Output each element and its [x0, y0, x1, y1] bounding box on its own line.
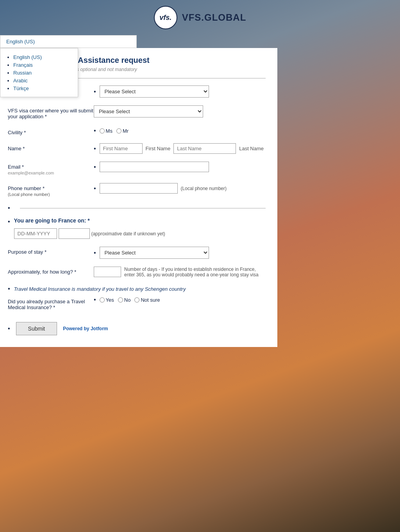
- first-name-label: First Name: [146, 146, 171, 151]
- lang-option-ar[interactable]: Arabic: [13, 77, 72, 84]
- purpose-field: • Please Select: [94, 247, 266, 259]
- going-france-label: You are going to France on: *: [14, 217, 266, 224]
- language-selector-row: English (US) English (US) Français Russi…: [0, 35, 400, 48]
- civility-ms-radio[interactable]: [100, 128, 105, 133]
- approx-input[interactable]: [59, 228, 90, 239]
- language-current[interactable]: English (US): [0, 35, 137, 48]
- insurance-bullet: •: [94, 296, 96, 303]
- name-label: Name *: [8, 143, 94, 151]
- submit-button[interactable]: Submit: [16, 322, 57, 335]
- phone-row: Phone number * (Local phone number) • (L…: [8, 183, 266, 197]
- vfs-logo: vfs.: [154, 6, 177, 29]
- vfs-center-select[interactable]: Please Select: [94, 105, 203, 117]
- days-hint: Number of days - If you intend to establ…: [124, 267, 266, 278]
- phone-label: Phone number *: [8, 185, 94, 191]
- phone-label-container: Phone number * (Local phone number): [8, 183, 94, 197]
- lang-option-fr[interactable]: Français: [13, 62, 72, 68]
- brand-name: VFS.GLOBAL: [182, 12, 246, 23]
- email-field-container: •: [94, 162, 266, 172]
- how-long-row: Approximately, for how long? * Number of…: [8, 267, 266, 278]
- email-hint: example@example.com: [8, 171, 94, 175]
- going-france-bullet: •: [8, 218, 10, 225]
- purpose-bullet: •: [94, 249, 96, 256]
- insurance-no-radio[interactable]: [118, 297, 123, 302]
- civility-label: Civility *: [8, 127, 94, 135]
- civility-radio-group: Ms Mr: [100, 128, 129, 134]
- divider-bullet: •: [8, 205, 10, 212]
- name-bullet: •: [94, 145, 96, 152]
- insurance-radio-group: Yes No Not sure: [100, 297, 160, 303]
- going-france-section: • You are going to France on: * (approxi…: [8, 217, 266, 239]
- how-long-label: Approximately, for how long? *: [8, 267, 94, 275]
- section-divider-row: •: [8, 205, 266, 212]
- civility-mr-radio[interactable]: [116, 128, 121, 133]
- language-dropdown: English (US) Français Russian Arabic Tür…: [0, 48, 78, 97]
- days-input[interactable]: [94, 267, 121, 277]
- logo-vfs-text: vfs.: [159, 14, 171, 22]
- lang-option-tr[interactable]: Türkçe: [13, 85, 72, 91]
- date-fields: (approximative date if unknown yet): [14, 228, 266, 239]
- vfs-center-field: Please Select: [94, 105, 266, 117]
- first-name-input[interactable]: [100, 143, 143, 154]
- insurance-note: Travel Medical Insurance is mandatory if…: [8, 285, 266, 292]
- last-name-label: Last Name: [239, 146, 264, 151]
- purpose-select[interactable]: Please Select: [100, 247, 209, 259]
- submit-area: Submit Powered by Jotform: [8, 322, 266, 335]
- phone-hint: (Local phone number): [181, 186, 227, 191]
- purpose-label: Purpose of stay *: [8, 247, 94, 255]
- phone-hint-label: (Local phone number): [8, 192, 94, 197]
- header: vfs. VFS.GLOBAL: [0, 0, 400, 35]
- nationality-field: • Please Select: [94, 85, 266, 98]
- civility-field: • Ms Mr: [94, 127, 266, 134]
- email-label: Email *: [8, 164, 94, 170]
- insurance-row: Did you already purchase a Travel Medica…: [8, 296, 266, 310]
- civility-row: Civility * • Ms Mr: [8, 127, 266, 135]
- lang-option-ru[interactable]: Russian: [13, 69, 72, 76]
- insurance-label: Did you already purchase a Travel Medica…: [8, 296, 94, 310]
- insurance-no-label[interactable]: No: [118, 297, 131, 303]
- going-france-content: You are going to France on: * (approxima…: [14, 217, 266, 239]
- section-divider: [20, 208, 266, 208]
- civility-bullet: •: [94, 127, 96, 134]
- insurance-yes-radio[interactable]: [100, 297, 105, 302]
- insurance-not-sure-label[interactable]: Not sure: [134, 297, 160, 303]
- email-row: Email * example@example.com •: [8, 162, 266, 175]
- vfs-center-row: VFS visa center where you will submit yo…: [8, 105, 266, 119]
- nationality-select[interactable]: Please Select: [100, 85, 209, 98]
- lang-option-en[interactable]: English (US): [13, 54, 72, 60]
- insurance-field: • Yes No Not sure: [94, 296, 266, 303]
- email-bullet: •: [94, 164, 96, 171]
- phone-field-container: • (Local phone number): [94, 183, 266, 194]
- email-label-container: Email * example@example.com: [8, 162, 94, 175]
- how-long-field: Number of days - If you intend to establ…: [94, 267, 266, 278]
- name-field: • First Name Last Name: [94, 143, 266, 154]
- civility-mr-label[interactable]: Mr: [116, 128, 129, 134]
- vfs-center-label: VFS visa center where you will submit yo…: [8, 105, 94, 119]
- phone-input[interactable]: [100, 183, 178, 194]
- email-input[interactable]: [100, 162, 209, 172]
- approx-note: (approximative date if unknown yet): [91, 231, 165, 237]
- civility-ms-label[interactable]: Ms: [100, 128, 112, 134]
- nationality-bullet: •: [94, 88, 96, 95]
- phone-bullet: •: [94, 185, 96, 192]
- insurance-not-sure-radio[interactable]: [134, 297, 139, 302]
- powered-by: Powered by Jotform: [63, 326, 108, 331]
- name-row: Name * • First Name Last Name: [8, 143, 266, 154]
- purpose-row: Purpose of stay * • Please Select: [8, 247, 266, 259]
- insurance-yes-label[interactable]: Yes: [100, 297, 114, 303]
- date-input[interactable]: [14, 228, 57, 239]
- last-name-input[interactable]: [173, 143, 236, 154]
- language-list: English (US) Français Russian Arabic Tür…: [6, 54, 72, 91]
